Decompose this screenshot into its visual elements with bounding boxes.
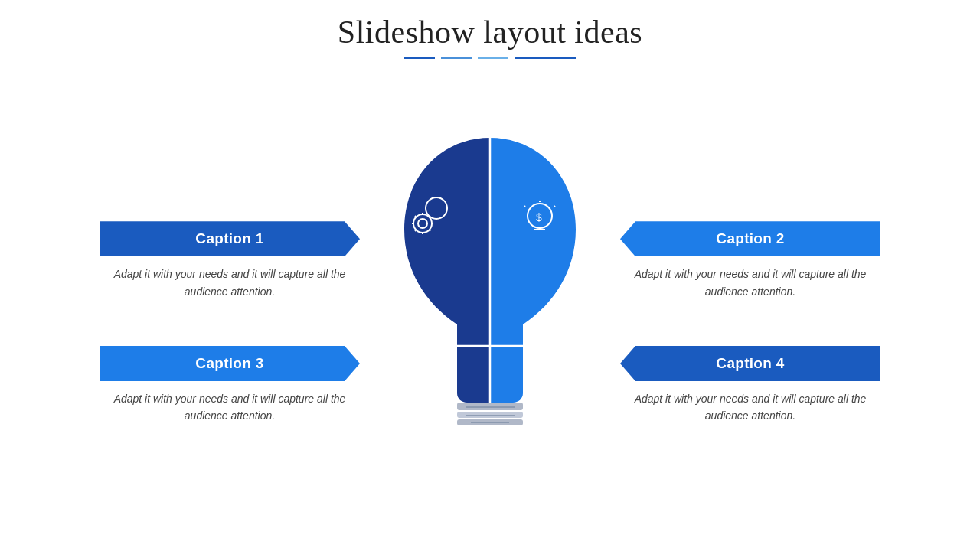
caption-4-text: Adapt it with your needs and it will cap…	[620, 390, 880, 425]
svg-point-34	[419, 351, 439, 371]
caption-3-text: Adapt it with your needs and it will cap…	[100, 390, 360, 425]
caption-block-3: Caption 3 Adapt it with your needs and i…	[100, 346, 360, 425]
svg-rect-6	[383, 346, 490, 422]
svg-line-24	[430, 230, 430, 231]
svg-rect-10	[457, 403, 523, 410]
right-panel: Caption 2 Adapt it with your needs and i…	[620, 191, 880, 425]
caption-block-1: Caption 1 Adapt it with your needs and i…	[100, 221, 360, 300]
svg-point-35	[424, 357, 433, 366]
caption-block-2: Caption 2 Adapt it with your needs and i…	[620, 221, 880, 300]
bulb-container: $	[383, 116, 597, 499]
svg-line-33	[524, 206, 525, 207]
svg-line-32	[554, 206, 555, 207]
svg-point-36	[436, 365, 452, 380]
caption-2-banner: Caption 2	[620, 221, 880, 256]
svg-text:$: $	[536, 211, 542, 223]
main-content: Caption 1 Adapt it with your needs and i…	[0, 82, 980, 533]
title-underline	[0, 57, 980, 59]
caption-3-banner: Caption 3	[100, 346, 360, 381]
bulb-svg: $	[383, 116, 597, 499]
caption-4-label: Caption 4	[716, 355, 784, 371]
svg-rect-4	[383, 116, 490, 346]
caption-4-banner: Caption 4	[620, 346, 880, 381]
svg-line-23	[415, 216, 416, 217]
caption-3-label: Caption 3	[195, 355, 263, 371]
svg-rect-7	[490, 346, 597, 422]
svg-line-52	[527, 338, 528, 339]
svg-point-37	[440, 369, 448, 377]
svg-line-26	[430, 216, 430, 217]
caption-1-text: Adapt it with your needs and it will cap…	[100, 266, 360, 300]
caption-2-label: Caption 2	[716, 230, 784, 246]
svg-line-25	[415, 230, 416, 231]
caption-1-label: Caption 1	[195, 230, 263, 246]
svg-line-51	[544, 338, 545, 339]
caption-1-banner: Caption 1	[100, 221, 360, 256]
svg-point-46	[525, 350, 547, 372]
caption-2-text: Adapt it with your needs and it will cap…	[620, 266, 880, 300]
svg-rect-5	[490, 116, 597, 346]
left-panel: Caption 1 Adapt it with your needs and i…	[100, 191, 360, 425]
svg-point-47	[530, 338, 542, 350]
page-title: Slideshow layout ideas	[0, 0, 980, 51]
caption-block-4: Caption 4 Adapt it with your needs and i…	[620, 346, 880, 425]
svg-rect-11	[457, 412, 523, 418]
